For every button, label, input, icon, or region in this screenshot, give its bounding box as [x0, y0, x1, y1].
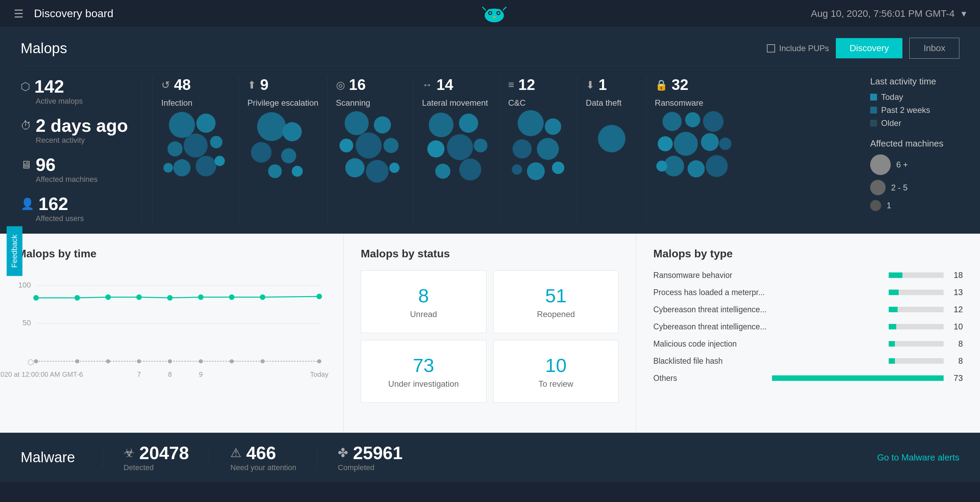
malware-detected-count: 20478 [139, 443, 189, 463]
affected-one-label: 1 [887, 201, 891, 210]
svg-point-72 [317, 294, 322, 299]
include-pups-checkbox[interactable] [767, 44, 775, 52]
infection-count: 48 [174, 76, 191, 93]
lateral-bubbles [422, 108, 491, 223]
category-ransomware[interactable]: 🔒 32 Ransomware [646, 76, 743, 223]
page-title: Discovery board [34, 7, 341, 20]
data-theft-count: 1 [599, 76, 607, 93]
include-pups-toggle[interactable]: Include PUPs [767, 44, 829, 53]
type-bar [889, 341, 895, 346]
svg-point-66 [105, 294, 111, 300]
svg-point-15 [173, 159, 191, 176]
feedback-label: Feedback [10, 234, 19, 268]
data-theft-icon: ⬇ [586, 79, 595, 91]
malware-divider-2 [209, 447, 210, 468]
privilege-icon: ⬆ [248, 79, 256, 91]
svg-point-47 [598, 125, 625, 153]
svg-point-27 [339, 139, 353, 153]
category-privilege[interactable]: ⬆ 9 Privilege escalation [239, 76, 327, 223]
data-theft-bubbles [586, 108, 638, 223]
affected-two-five: 2 - 5 [870, 180, 959, 195]
legend-older-dot [870, 120, 877, 127]
legend-today: Today [870, 92, 959, 102]
svg-point-20 [283, 122, 302, 141]
to-review-label: To review [539, 379, 573, 389]
status-grid: 8 Unread 51 Reopened 73 Under investigat… [361, 270, 619, 403]
tab-discovery[interactable]: Discovery [836, 38, 902, 58]
svg-point-5 [489, 12, 491, 14]
affected-six-plus-label: 6 + [896, 160, 908, 170]
legend-today-label: Today [881, 92, 903, 102]
category-lateral[interactable]: ↔ 14 Lateral movement [413, 76, 500, 223]
malware-divider-1 [103, 447, 103, 468]
malops-stats: ⬡ 142 Active malops ⏱ 2 days ago Recent … [21, 76, 142, 223]
svg-point-34 [459, 114, 478, 133]
malware-section: Malware ☣ 20478 Detected ⚠ 466 Need your… [0, 433, 980, 482]
status-card-unread[interactable]: 8 Unread [361, 270, 487, 333]
active-malops-label: Active malops [36, 97, 128, 106]
type-bar [772, 375, 943, 381]
malops-by-type-title: Malops by type [653, 248, 963, 260]
malops-title: Malops [21, 40, 67, 57]
affected-users-label: Affected users [36, 214, 128, 223]
ransomware-icon: 🔒 [655, 79, 668, 91]
malware-detected-label: Detected [124, 463, 189, 472]
lateral-label: Lateral movement [422, 98, 491, 108]
unread-label: Unread [410, 310, 437, 319]
status-card-to-review[interactable]: 10 To review [493, 340, 619, 403]
scanning-count: 16 [349, 76, 366, 93]
malops-by-time-title: Malops by time [17, 248, 326, 260]
bottom-sections: Malops by time 100 50 [0, 234, 980, 433]
type-count: 18 [949, 270, 963, 280]
header-dropdown-icon[interactable]: ▾ [961, 8, 966, 19]
svg-point-64 [33, 295, 39, 300]
malware-alerts-link[interactable]: Go to Malware alerts [877, 452, 959, 463]
malops-content: ⬡ 142 Active malops ⏱ 2 days ago Recent … [21, 76, 959, 223]
svg-point-43 [537, 138, 559, 160]
svg-point-13 [184, 133, 208, 157]
svg-point-75 [75, 359, 79, 363]
status-card-under-investigation[interactable]: 73 Under investigation [361, 340, 487, 403]
svg-point-18 [163, 163, 173, 173]
svg-point-46 [512, 164, 522, 175]
category-infection[interactable]: ↺ 48 Infection [153, 76, 239, 223]
category-scanning[interactable]: ◎ 16 Scanning [327, 76, 413, 223]
type-row: Malicious code injection8 [653, 339, 963, 349]
malops-header: Malops Include PUPs Discovery Inbox [21, 38, 959, 59]
malops-by-status-title: Malops by status [361, 248, 619, 260]
svg-text:8: 8 [168, 370, 172, 378]
svg-point-25 [345, 111, 369, 135]
owl-logo-icon [480, 3, 508, 24]
svg-line-8 [482, 7, 486, 10]
category-data-theft[interactable]: ⬇ 1 Data theft [577, 76, 646, 223]
svg-text:100: 100 [18, 281, 31, 289]
menu-icon[interactable]: ☰ [14, 7, 24, 20]
svg-point-12 [167, 141, 183, 156]
type-name: Malicious code injection [653, 339, 883, 349]
active-malops-count: 142 [34, 76, 64, 97]
svg-point-80 [230, 359, 234, 363]
svg-point-17 [215, 156, 225, 166]
cc-count: 12 [518, 76, 535, 93]
category-cc[interactable]: ≡ 12 C&C [500, 76, 577, 223]
legend-two-weeks-label: Past 2 weeks [881, 105, 930, 115]
malops-section: Malops Include PUPs Discovery Inbox ⬡ 14… [0, 27, 980, 234]
status-card-reopened[interactable]: 51 Reopened [493, 270, 619, 333]
legend-section: Last activity time Today Past 2 weeks Ol… [863, 76, 959, 223]
privilege-count: 9 [260, 76, 269, 93]
svg-text:9: 9 [199, 370, 202, 378]
svg-text:50: 50 [23, 318, 31, 327]
tab-inbox[interactable]: Inbox [909, 38, 959, 59]
svg-text:4, 2020 at 12:00:00 AM GMT-6: 4, 2020 at 12:00:00 AM GMT-6 [0, 370, 83, 378]
feedback-tab[interactable]: Feedback [6, 226, 22, 276]
svg-point-81 [261, 359, 265, 363]
time-chart: 100 50 ⬡ [17, 270, 326, 383]
svg-point-37 [474, 139, 487, 153]
svg-point-41 [545, 118, 561, 135]
type-row: Others73 [653, 373, 963, 383]
svg-point-49 [685, 112, 700, 127]
svg-point-76 [106, 359, 110, 363]
infection-bubbles [161, 108, 230, 223]
svg-point-79 [199, 359, 203, 363]
svg-point-24 [292, 166, 303, 177]
